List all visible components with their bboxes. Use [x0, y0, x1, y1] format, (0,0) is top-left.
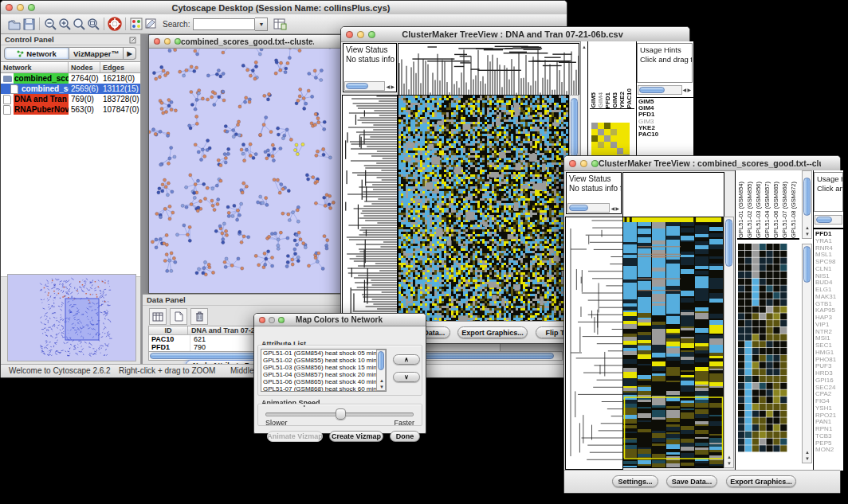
- move-down-button[interactable]: ∨: [393, 372, 420, 382]
- done-button[interactable]: Done: [390, 431, 420, 442]
- row-dendrogram[interactable]: [565, 217, 623, 470]
- attribute-list-item[interactable]: GPL51-01 (GSM854) heat shock 05 min: [261, 350, 386, 357]
- zoom-out-icon[interactable]: [43, 17, 57, 31]
- scroll-left-icon[interactable]: ◀: [682, 88, 686, 92]
- column-label[interactable]: GPL51-03 (GSM856): [755, 182, 764, 238]
- close-icon[interactable]: [259, 317, 265, 323]
- minimize-icon[interactable]: [580, 160, 587, 167]
- window-controls[interactable]: [1, 4, 35, 11]
- settings-button[interactable]: Settings...: [612, 475, 658, 487]
- search-input[interactable]: [193, 18, 255, 30]
- attribute-list-item[interactable]: GPL51-03 (GSM856) heat shock 15 min: [261, 364, 386, 371]
- animate-vizmap-button[interactable]: Animate Vizmap: [267, 431, 323, 442]
- network-table-row[interactable]: RNAPuberNov2+ 563(0) 107847(0): [1, 104, 140, 115]
- column-label[interactable]: GIM5: [590, 92, 597, 108]
- scroll-up-icon[interactable]: ▲: [727, 455, 732, 459]
- minimize-icon[interactable]: [357, 31, 364, 38]
- scroll-up-icon[interactable]: ▲: [805, 225, 810, 230]
- zoom-window-icon[interactable]: [28, 4, 35, 11]
- scroll-down-icon[interactable]: ▼: [805, 232, 810, 236]
- scroll-up-icon[interactable]: ▲: [379, 378, 384, 383]
- gene-label[interactable]: PAC10: [637, 131, 693, 138]
- heatmap-vscrollbar[interactable]: ▲ ▼: [724, 217, 734, 468]
- move-up-button[interactable]: ∧: [393, 354, 420, 365]
- view-status-hscrollbar[interactable]: [567, 203, 610, 213]
- attribute-table-icon[interactable]: [273, 17, 287, 31]
- column-label[interactable]: PAC10: [626, 88, 633, 108]
- column-label[interactable]: GPL51-06 (GSM865): [772, 182, 781, 238]
- close-icon[interactable]: [6, 4, 13, 11]
- scroll-down-icon[interactable]: ▼: [805, 456, 810, 461]
- column-dendrogram-area[interactable]: [622, 172, 724, 217]
- column-label[interactable]: GPL51-07 (GSM868): [781, 182, 790, 238]
- tab-network[interactable]: Network: [4, 47, 69, 60]
- network-table-row[interactable]: DNA and Tran 07 769(0) 183728(0): [1, 94, 140, 104]
- zoom-window-icon[interactable]: [278, 317, 285, 323]
- dialog-titlebar[interactable]: Map Colors to Network: [254, 314, 426, 326]
- main-titlebar[interactable]: Cytoscape Desktop (Session Name: collins…: [1, 1, 567, 15]
- scroll-up-icon[interactable]: ▲: [805, 450, 810, 455]
- save-icon[interactable]: [22, 17, 36, 31]
- close-icon[interactable]: [346, 31, 353, 38]
- attribute-list-item[interactable]: GPL51-04 (GSM857) heat shock 20 min: [261, 371, 386, 378]
- close-icon[interactable]: [154, 38, 160, 45]
- column-label[interactable]: GIM3: [611, 92, 618, 108]
- scroll-right-icon[interactable]: ▶: [615, 206, 619, 211]
- attribute-list-item[interactable]: GPL51-06 (GSM865) heat shock 40 min: [261, 378, 386, 385]
- zoom-window-icon[interactable]: [368, 31, 375, 38]
- minimize-icon[interactable]: [164, 38, 171, 45]
- annotation-icon[interactable]: [143, 17, 158, 31]
- delete-attribute-trash-icon[interactable]: [190, 308, 208, 325]
- tab-vizmapper[interactable]: VizMapper™: [69, 47, 124, 60]
- scroll-right-icon[interactable]: ▶: [687, 88, 691, 92]
- zoomed-heatmap-canvas[interactable]: [738, 244, 787, 452]
- birdseye-view[interactable]: [7, 274, 136, 361]
- network-table-row[interactable]: combined_scores 2764(0) 16218(0): [1, 73, 140, 84]
- network-view-canvas[interactable]: [149, 35, 343, 280]
- column-label[interactable]: GPL51-08 (GSM872): [790, 182, 799, 238]
- tab-overflow-arrow[interactable]: ▶: [124, 47, 136, 60]
- column-label[interactable]: GPL51-04 (GSM857): [764, 182, 772, 238]
- minimize-icon[interactable]: [17, 4, 24, 11]
- save-data-button[interactable]: Save Data...: [666, 475, 717, 487]
- export-graphics-button[interactable]: Export Graphics...: [726, 475, 796, 487]
- heatmap-canvas[interactable]: [622, 217, 724, 468]
- network-table-row[interactable]: combined_sco 2569(6) 13112(15): [1, 84, 140, 94]
- network-frame[interactable]: combined_scores_good.txt--cluste...: [148, 34, 344, 294]
- attribute-list-vscrollbar[interactable]: ▲ ▼: [376, 350, 386, 391]
- open-file-icon[interactable]: [7, 17, 22, 31]
- scroll-down-icon[interactable]: ▼: [727, 461, 732, 466]
- column-header-id[interactable]: ID: [149, 326, 188, 334]
- vizmapper-icon[interactable]: [129, 17, 143, 31]
- scroll-left-icon[interactable]: ◀: [610, 206, 614, 211]
- new-attribute-icon[interactable]: [170, 308, 187, 325]
- slider-thumb[interactable]: [336, 408, 346, 420]
- scroll-up-icon[interactable]: ▲: [582, 45, 587, 49]
- column-label[interactable]: GPL51-02 (GSM855): [746, 182, 755, 238]
- animation-speed-slider[interactable]: [265, 408, 414, 418]
- zoom-window-icon[interactable]: [175, 38, 181, 45]
- treeview2-titlebar[interactable]: ClusterMaker TreeView : combined_scores_…: [564, 156, 840, 171]
- scroll-left-icon[interactable]: ◀: [386, 84, 390, 89]
- zoom-selected-icon[interactable]: [72, 17, 86, 31]
- network-frame-titlebar[interactable]: combined_scores_good.txt--cluste...: [149, 35, 343, 49]
- zoom-in-icon[interactable]: [57, 17, 72, 31]
- column-labels-vscrollbar[interactable]: ▲ ▼: [802, 170, 812, 239]
- view-status-hscrollbar[interactable]: [344, 81, 385, 91]
- float-panel-icon[interactable]: [129, 33, 136, 47]
- column-label[interactable]: GPL51-01 (GSM854): [737, 182, 746, 238]
- help-lifesaver-icon[interactable]: [108, 17, 122, 31]
- export-graphics-button[interactable]: Export Graphics...: [457, 326, 528, 338]
- create-vizmap-button[interactable]: Create Vizmap: [329, 431, 383, 442]
- usage-hints-hscrollbar[interactable]: [815, 215, 842, 225]
- column-label[interactable]: YKE2: [618, 92, 626, 108]
- attribute-list-item[interactable]: GPL51-07 (GSM868) heat shock 60 min: [261, 385, 386, 392]
- usage-hints-hscrollbar[interactable]: [638, 85, 682, 95]
- close-icon[interactable]: [569, 160, 576, 167]
- attribute-select-icon[interactable]: [149, 308, 167, 325]
- row-dendrogram[interactable]: [342, 95, 398, 323]
- network-table-header[interactable]: Network Nodes Edges: [1, 61, 140, 73]
- heatmap-canvas[interactable]: [398, 95, 569, 323]
- zoom-window-icon[interactable]: [591, 160, 599, 167]
- zoom-fit-icon[interactable]: [86, 17, 100, 31]
